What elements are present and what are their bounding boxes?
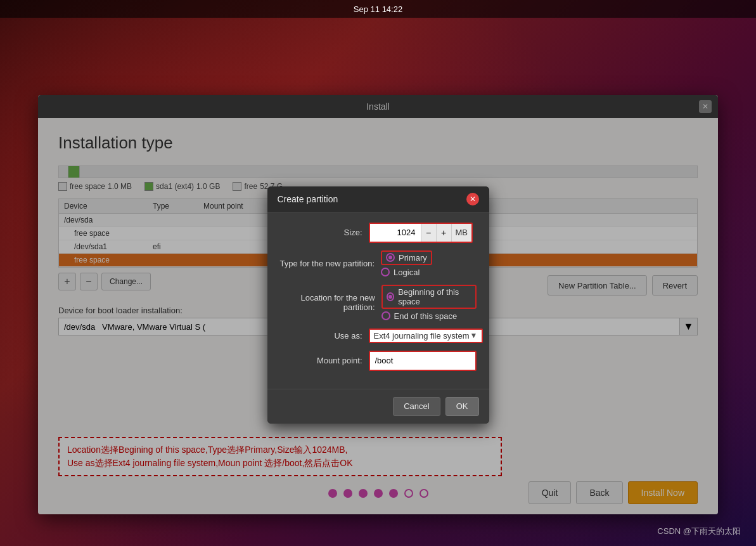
beginning-radio-dot xyxy=(387,292,395,301)
dialog-cancel-button[interactable]: Cancel xyxy=(393,397,440,416)
installer-window: Install ✕ Installation type free space 1… xyxy=(38,95,718,514)
mount-select: ▼ xyxy=(369,351,477,371)
logical-radio-dot xyxy=(381,268,390,276)
use-as-value: Ext4 journaling file system xyxy=(374,331,470,341)
primary-radio-dot xyxy=(386,253,395,262)
use-as-select[interactable]: Ext4 journaling file system ▼ xyxy=(369,328,483,343)
dialog-overlay: Create partition ✕ Size: − + MB xyxy=(38,95,718,514)
location-radio-group: Beginning of this space End of this spac… xyxy=(381,285,477,321)
mount-point-input[interactable] xyxy=(370,352,477,370)
size-decrease-button[interactable]: − xyxy=(421,224,436,242)
end-radio-dot xyxy=(381,311,390,320)
beginning-radio-label: Beginning of this space xyxy=(398,287,471,306)
size-input-group: − + MB xyxy=(369,223,473,243)
use-as-row: Use as: Ext4 journaling file system ▼ xyxy=(280,328,477,343)
size-row: Size: − + MB xyxy=(280,223,477,243)
type-row: Type for the new partition: Primary Logi… xyxy=(280,250,477,277)
dialog-ok-button[interactable]: OK xyxy=(445,397,479,416)
type-logical-option[interactable]: Logical xyxy=(381,268,432,277)
mount-point-row: Mount point: ▼ xyxy=(280,351,477,371)
dialog-title-bar: Create partition ✕ xyxy=(267,186,489,212)
dialog-close-icon: ✕ xyxy=(470,195,476,204)
type-primary-option[interactable]: Primary xyxy=(381,250,432,265)
dialog-body: Size: − + MB Type for the new partition: xyxy=(267,212,489,389)
location-beginning-option[interactable]: Beginning of this space xyxy=(381,285,477,309)
location-end-option[interactable]: End of this space xyxy=(381,311,477,321)
dialog-close-button[interactable]: ✕ xyxy=(466,193,479,205)
location-label: Location for the new partition: xyxy=(280,293,381,312)
create-partition-dialog: Create partition ✕ Size: − + MB xyxy=(267,186,489,424)
location-row: Location for the new partition: Beginnin… xyxy=(280,285,477,321)
dialog-title: Create partition xyxy=(278,194,338,204)
size-input[interactable] xyxy=(370,224,421,242)
logical-radio-label: Logical xyxy=(394,268,420,277)
use-as-dropdown-arrow: ▼ xyxy=(470,331,478,340)
size-unit: MB xyxy=(451,224,472,242)
primary-radio-label: Primary xyxy=(399,253,427,263)
dialog-footer: Cancel OK xyxy=(267,389,489,424)
use-as-label: Use as: xyxy=(280,331,369,341)
mount-point-label: Mount point: xyxy=(280,356,369,365)
end-radio-label: End of this space xyxy=(394,311,458,321)
taskbar: Sep 11 14:22 xyxy=(0,0,756,18)
type-label: Type for the new partition: xyxy=(280,259,381,268)
size-increase-button[interactable]: + xyxy=(436,224,451,242)
primary-radio-box: Primary xyxy=(381,250,432,265)
watermark: CSDN @下雨天的太阳 xyxy=(657,526,741,537)
type-radio-group: Primary Logical xyxy=(381,250,432,277)
beginning-radio-box: Beginning of this space xyxy=(381,285,477,309)
size-label: Size: xyxy=(280,228,369,237)
datetime: Sep 11 14:22 xyxy=(354,4,402,14)
